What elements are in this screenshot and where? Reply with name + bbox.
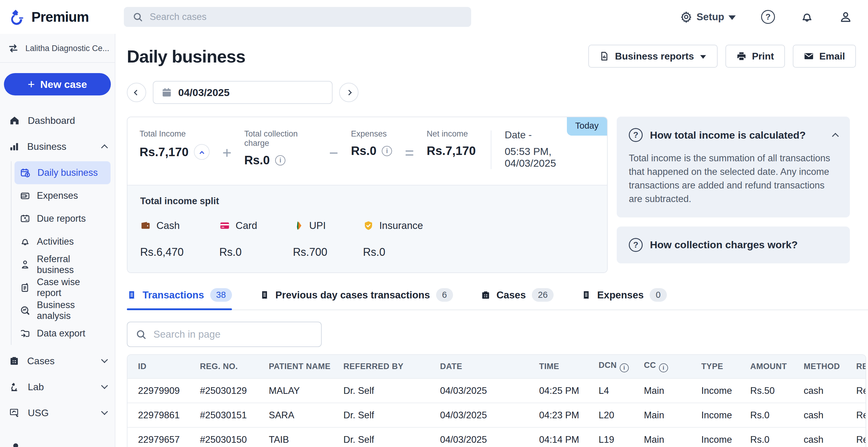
chevron-up-icon: [101, 145, 108, 151]
column-header-receipt[interactable]: RE: [846, 355, 866, 378]
faq-total-income-card[interactable]: ? How total income is calculated? Total …: [617, 117, 850, 218]
sidebar-item-daily-business[interactable]: Daily business: [14, 161, 111, 184]
cell-patient-name: SARA: [258, 403, 333, 427]
tab-expenses[interactable]: Expenses 0: [581, 288, 666, 310]
tab-cases[interactable]: Cases 26: [481, 288, 554, 310]
user-avatar-icon[interactable]: [839, 10, 852, 24]
sidebar-item-business-analysis[interactable]: Business analysis: [14, 299, 111, 322]
wallet-icon: [20, 191, 30, 201]
cell-referred-by: Dr. Self: [333, 378, 430, 403]
setup-caret-icon: [728, 15, 736, 20]
info-icon[interactable]: i: [620, 363, 629, 373]
column-header-cc[interactable]: CCi: [633, 355, 691, 378]
column-header-amount[interactable]: AMOUNT: [740, 355, 793, 378]
tab-count-badge: 6: [436, 288, 453, 302]
sidebar-item-usg[interactable]: USG: [0, 400, 115, 426]
switch-org-icon: [8, 43, 19, 54]
cell-type: Income: [691, 427, 740, 447]
sidebar-item-case-wise-report[interactable]: Case wise report: [14, 276, 111, 299]
insurance-shield-icon: [363, 220, 374, 231]
print-button[interactable]: Print: [725, 45, 785, 68]
info-icon[interactable]: i: [659, 363, 668, 373]
sidebar-item-referral-business[interactable]: Referral business: [14, 253, 111, 276]
help-icon[interactable]: ?: [761, 10, 775, 24]
receipt-icon: [127, 290, 136, 300]
global-search[interactable]: [124, 7, 471, 27]
table-row[interactable]: 22979657 #25030150 TAIB Dr. Self 04/03/2…: [127, 427, 866, 447]
total-income-split: Total income split Cash Rs.6,470: [127, 185, 607, 273]
cell-reg-no: #25030151: [189, 403, 258, 427]
sidebar-item-dashboard[interactable]: Dashboard: [0, 107, 115, 133]
business-submenu: Daily business Expenses Due reports: [11, 161, 111, 345]
report-document-icon: [20, 282, 30, 293]
sidebar-item-expenses[interactable]: Expenses: [14, 184, 111, 207]
column-header-referred-by[interactable]: REFERRED BY: [333, 355, 430, 378]
question-icon: ?: [629, 128, 643, 142]
sidebar-item-label: Daily business: [37, 167, 98, 178]
stat-label: Net income: [427, 129, 476, 139]
date-picker[interactable]: 04/03/2025: [153, 81, 333, 104]
stat-label: Total collection charge: [244, 129, 316, 148]
column-header-patient-name[interactable]: PATIENT NAME: [258, 355, 333, 378]
info-icon[interactable]: i: [382, 146, 392, 156]
referral-doctor-icon: [20, 259, 30, 270]
calendar-rupee-icon: [20, 167, 31, 178]
column-header-time[interactable]: TIME: [529, 355, 588, 378]
tab-label: Previous day cases transactions: [275, 289, 430, 301]
tab-count-badge: 38: [210, 288, 232, 302]
sidebar-item-due-reports[interactable]: Due reports: [14, 207, 111, 230]
global-search-input[interactable]: [150, 11, 463, 22]
column-header-type[interactable]: TYPE: [691, 355, 740, 378]
collapse-income-split-button[interactable]: [194, 144, 210, 160]
sidebar-item-lab[interactable]: Lab: [0, 374, 115, 400]
notifications-bell-icon[interactable]: [800, 10, 814, 24]
search-in-page-input[interactable]: [153, 329, 313, 340]
sidebar-item-label: Business: [27, 141, 94, 152]
split-amount: Rs.0: [363, 246, 423, 259]
page-title: Daily business: [127, 46, 245, 66]
bar-chart-icon: [9, 141, 19, 152]
next-day-button[interactable]: [339, 83, 359, 102]
info-icon[interactable]: i: [275, 155, 285, 165]
tab-transactions[interactable]: Transactions 38: [127, 288, 232, 310]
sidebar-item-label: Lab: [28, 381, 94, 393]
column-header-date[interactable]: DATE: [430, 355, 529, 378]
cell-cc: Main: [633, 403, 691, 427]
faq-question: How total income is calculated?: [650, 129, 826, 141]
setup-menu[interactable]: Setup: [680, 11, 736, 23]
usg-scan-icon: [9, 408, 20, 418]
column-header-method[interactable]: METHOD: [793, 355, 846, 378]
date-time-value: 05:53 PM, 04/03/2025: [505, 146, 595, 169]
calendar-due-icon: [20, 214, 30, 224]
analysis-chart-icon: [20, 305, 30, 316]
brand-name: Premium: [31, 9, 89, 25]
sidebar-item-cases[interactable]: Cases: [0, 348, 115, 374]
previous-day-button[interactable]: [127, 83, 146, 102]
sidebar-item-business[interactable]: Business: [0, 133, 115, 159]
cell-amount: Rs.50: [740, 378, 793, 403]
search-in-page[interactable]: [127, 322, 322, 347]
sidebar-item-data-export[interactable]: Data export: [14, 322, 111, 345]
table-row[interactable]: 22979861 #25030151 SARA Dr. Self 04/03/2…: [127, 403, 866, 427]
search-icon: [132, 11, 143, 22]
sidebar-item-label: Case wise report: [37, 277, 105, 298]
org-switcher[interactable]: Lalitha Diagnostic Ce...: [0, 34, 115, 63]
app-logo: Premium: [8, 7, 89, 26]
column-header-dcn[interactable]: DCNi: [588, 355, 633, 378]
new-case-button[interactable]: + New case: [4, 73, 111, 95]
sidebar-item-label: Expenses: [37, 190, 78, 201]
column-header-id[interactable]: ID: [127, 355, 189, 378]
sidebar-item-activities[interactable]: Activities: [14, 230, 111, 253]
table-header-row: ID REG. NO. PATIENT NAME REFERRED BY DAT…: [127, 355, 866, 378]
table-row[interactable]: 22979909 #25030129 MALAY Dr. Self 04/03/…: [127, 378, 866, 403]
faq-collection-charges-card[interactable]: ? How collection charges work?: [617, 226, 850, 263]
chevron-right-icon: [346, 90, 351, 95]
column-header-reg-no[interactable]: REG. NO.: [189, 355, 258, 378]
setup-label: Setup: [696, 11, 724, 23]
chevron-up-icon[interactable]: [832, 133, 839, 140]
business-reports-button[interactable]: Business reports: [588, 45, 717, 68]
email-button[interactable]: Email: [793, 45, 856, 68]
tab-bar: Transactions 38 Previous day cases trans…: [127, 288, 868, 310]
tab-previous-day-cases-transactions[interactable]: Previous day cases transactions 6: [260, 288, 453, 310]
split-method-label: Card: [236, 220, 257, 231]
